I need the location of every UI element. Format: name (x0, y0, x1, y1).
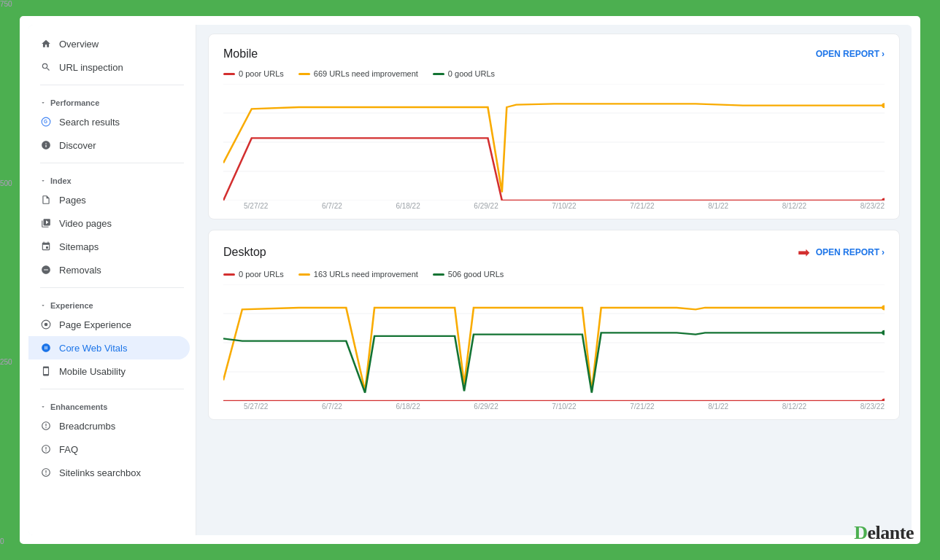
sidebar-item-pages[interactable]: Pages (28, 188, 190, 211)
divider-3 (40, 287, 184, 288)
desktop-legend-improve-dot (298, 273, 310, 276)
divider-2 (40, 163, 184, 163)
mobile-chart (223, 84, 885, 201)
sidebar-item-search-results[interactable]: G Search results (28, 110, 190, 133)
svg-point-17 (882, 330, 885, 335)
inner-content: Overview URL inspection Performance G Se… (28, 25, 912, 535)
desktop-arrow-icon: ➡ (798, 244, 810, 261)
mobile-icon (40, 365, 52, 377)
sitelinks-icon (40, 467, 52, 478)
desktop-open-report-link[interactable]: OPEN REPORT › (816, 247, 885, 257)
mobile-x-axis: 5/27/22 6/7/22 6/18/22 6/29/22 7/10/22 7… (223, 201, 885, 210)
section-enhancements: Enhancements (28, 395, 196, 414)
mobile-legend-good: 0 good URLs (433, 69, 495, 78)
sitemap-icon (40, 241, 52, 252)
outer-frame: Overview URL inspection Performance G Se… (18, 14, 922, 546)
desktop-chart-wrapper: 750 500 250 0 (223, 284, 885, 411)
desktop-legend-good-dot (433, 273, 444, 276)
cwv-icon (40, 342, 52, 354)
mobile-legend-poor: 0 poor URLs (223, 69, 284, 78)
mobile-legend-improve: 669 URLs need improvement (298, 69, 418, 78)
sidebar-item-mobile-usability[interactable]: Mobile Usability (28, 359, 190, 383)
desktop-card: Desktop ➡ OPEN REPORT › 0 poor URLs (208, 230, 900, 420)
svg-point-3 (45, 323, 48, 327)
pages-icon (40, 194, 52, 206)
mobile-chart-wrapper: 750 500 250 0 (223, 84, 885, 210)
svg-text:G: G (44, 119, 47, 124)
sidebar-item-discover[interactable]: Discover (28, 133, 190, 157)
divider-4 (40, 389, 184, 389)
home-icon (40, 38, 52, 50)
brand-logo: Delante (854, 522, 914, 544)
search-icon (40, 61, 52, 73)
removals-icon (40, 264, 52, 276)
section-performance: Performance (28, 91, 196, 110)
desktop-card-title: Desktop (223, 246, 266, 259)
video-icon (40, 217, 52, 229)
page-exp-icon (40, 319, 52, 330)
sidebar-item-removals[interactable]: Removals (28, 258, 190, 281)
mobile-open-report-link[interactable]: OPEN REPORT › (816, 49, 885, 59)
google-icon: G (40, 116, 52, 128)
desktop-legend-poor: 0 poor URLs (223, 270, 284, 279)
sidebar-item-overview[interactable]: Overview (28, 32, 190, 55)
mobile-chart-svg (223, 84, 885, 201)
mobile-legend-improve-dot (298, 73, 310, 75)
mobile-card: Mobile OPEN REPORT › 0 poor URLs 669 URL… (208, 34, 900, 219)
desktop-x-axis: 5/27/22 6/7/22 6/18/22 6/29/22 7/10/22 7… (223, 401, 885, 411)
main-content: Mobile OPEN REPORT › 0 poor URLs 669 URL… (196, 25, 912, 535)
sidebar-item-faq[interactable]: FAQ (28, 438, 190, 461)
desktop-legend: 0 poor URLs 163 URLs need improvement 50… (223, 270, 885, 279)
sidebar-item-sitemaps[interactable]: Sitemaps (28, 235, 190, 258)
svg-point-10 (882, 198, 885, 201)
sidebar-item-core-web-vitals[interactable]: Core Web Vitals (28, 336, 190, 359)
mobile-legend: 0 poor URLs 669 URLs need improvement 0 … (223, 69, 885, 78)
asterisk-icon (40, 139, 52, 151)
svg-point-9 (882, 103, 885, 108)
desktop-legend-improve: 163 URLs need improvement (298, 270, 418, 279)
divider-1 (40, 85, 184, 85)
desktop-card-header: Desktop ➡ OPEN REPORT › (223, 244, 885, 261)
sidebar-item-sitelinks-searchbox[interactable]: Sitelinks searchbox (28, 461, 190, 484)
mobile-card-header: Mobile OPEN REPORT › (223, 47, 885, 61)
mobile-legend-poor-dot (223, 73, 235, 75)
mobile-chart-area: 5/27/22 6/7/22 6/18/22 6/29/22 7/10/22 7… (223, 84, 885, 210)
sidebar-item-page-experience[interactable]: Page Experience (28, 313, 190, 336)
faq-icon (40, 443, 52, 455)
mobile-card-title: Mobile (223, 47, 258, 61)
mobile-legend-good-dot (433, 73, 444, 75)
brand-d: D (854, 522, 867, 543)
section-experience: Experience (28, 294, 196, 313)
section-index: Index (28, 169, 196, 188)
desktop-legend-good: 506 good URLs (433, 270, 504, 279)
desktop-chart-svg (223, 284, 885, 401)
desktop-chart-area: 5/27/22 6/7/22 6/18/22 6/29/22 7/10/22 7… (223, 284, 885, 411)
sidebar-item-breadcrumbs[interactable]: Breadcrumbs (28, 414, 190, 438)
sidebar-item-url-inspection[interactable]: URL inspection (28, 55, 190, 79)
sidebar: Overview URL inspection Performance G Se… (28, 25, 196, 535)
svg-point-16 (882, 306, 885, 311)
brand-elante: elante (868, 522, 914, 543)
desktop-chart (223, 284, 885, 401)
svg-point-18 (882, 399, 885, 401)
desktop-legend-poor-dot (223, 273, 235, 276)
sidebar-item-video-pages[interactable]: Video pages (28, 211, 190, 235)
breadcrumbs-icon (40, 420, 52, 432)
